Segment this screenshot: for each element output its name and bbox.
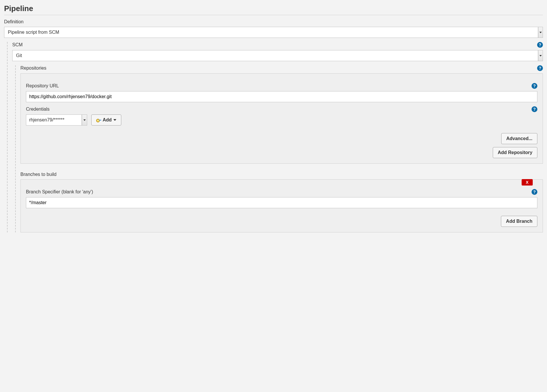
branch-specifier-label: Branch Specifier (blank for 'any') xyxy=(26,189,93,195)
branch-specifier-input[interactable] xyxy=(26,197,537,208)
scm-select[interactable]: Git xyxy=(12,50,543,61)
chevron-down-icon xyxy=(82,115,87,125)
help-icon[interactable]: ? xyxy=(537,42,543,48)
definition-select-value: Pipeline script from SCM xyxy=(8,30,59,35)
delete-branch-button[interactable]: X xyxy=(522,179,533,186)
branches-panel: X Branch Specifier (blank for 'any') ? A… xyxy=(20,179,543,232)
credentials-label: Credentials xyxy=(26,107,50,112)
definition-select[interactable]: Pipeline script from SCM xyxy=(4,27,543,38)
add-button-label: Add xyxy=(103,117,112,123)
key-icon xyxy=(96,119,101,121)
help-icon[interactable]: ? xyxy=(532,106,537,112)
add-repository-button[interactable]: Add Repository xyxy=(493,147,537,158)
credentials-select[interactable]: rhjensen79/****** xyxy=(26,114,87,126)
repositories-panel: Repository URL ? Credentials ? rhjensen7… xyxy=(20,73,543,164)
credentials-select-value: rhjensen79/****** xyxy=(29,117,64,123)
repo-url-input[interactable] xyxy=(26,91,537,102)
scm-select-value: Git xyxy=(16,53,22,58)
add-credentials-button[interactable]: Add xyxy=(91,114,121,126)
repositories-label: Repositories xyxy=(20,66,46,71)
help-icon[interactable]: ? xyxy=(532,189,537,195)
help-icon[interactable]: ? xyxy=(537,65,543,71)
repo-url-label: Repository URL xyxy=(26,83,59,89)
definition-label: Definition xyxy=(4,19,543,24)
help-icon[interactable]: ? xyxy=(532,83,537,89)
chevron-down-icon xyxy=(538,50,543,61)
section-title: Pipeline xyxy=(4,4,543,15)
advanced-button[interactable]: Advanced... xyxy=(501,133,537,144)
chevron-down-icon xyxy=(538,27,543,38)
branches-label: Branches to build xyxy=(20,172,543,177)
add-branch-button[interactable]: Add Branch xyxy=(501,216,537,227)
scm-label: SCM xyxy=(12,42,23,47)
chevron-down-icon xyxy=(113,119,116,121)
